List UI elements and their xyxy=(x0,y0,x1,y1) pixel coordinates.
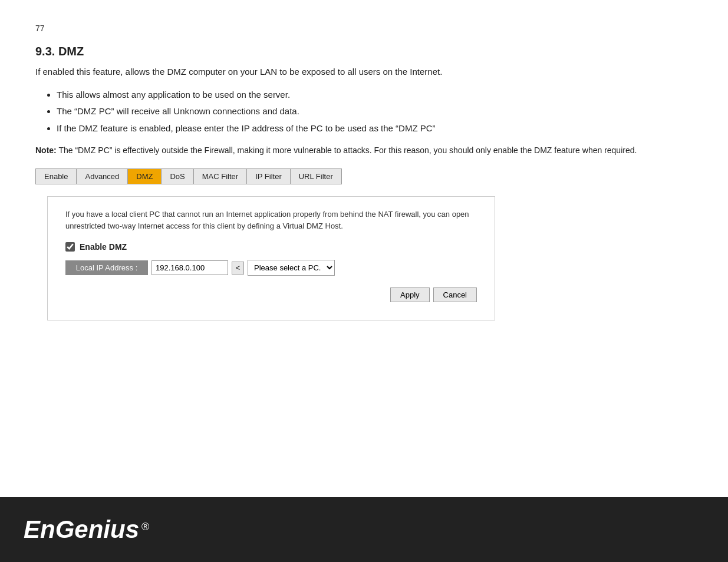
enable-dmz-checkbox[interactable] xyxy=(65,242,75,252)
bullet-item-3: If the DMZ feature is enabled, please en… xyxy=(57,122,693,135)
tab-advanced[interactable]: Advanced xyxy=(77,169,128,184)
bullet-list: This allows almost any application to be… xyxy=(35,88,693,135)
action-buttons: Apply Cancel xyxy=(65,287,477,302)
bullet-item-2: The “DMZ PC” will receive all Unknown co… xyxy=(57,105,693,118)
dmz-panel: If you have a local client PC that canno… xyxy=(47,196,495,320)
note-label: Note: xyxy=(35,146,57,155)
ip-row: Local IP Address : < Please select a PC. xyxy=(65,260,477,276)
cancel-button[interactable]: Cancel xyxy=(433,287,477,302)
intro-text: If enabled this feature, allows the DMZ … xyxy=(35,65,693,79)
tab-ip-filter[interactable]: IP Filter xyxy=(247,169,291,184)
tab-url-filter[interactable]: URL Filter xyxy=(291,169,341,184)
note-paragraph: Note: The “DMZ PC” is effectively outsid… xyxy=(35,144,693,157)
reg-mark: ® xyxy=(141,521,149,533)
arrow-button[interactable]: < xyxy=(232,262,244,275)
section-title: 9.3. DMZ xyxy=(35,45,693,58)
bullet-item-1: This allows almost any application to be… xyxy=(57,88,693,102)
tab-mac-filter[interactable]: MAC Filter xyxy=(194,169,247,184)
footer: EnGenius® xyxy=(0,497,728,562)
tab-enable[interactable]: Enable xyxy=(36,169,77,184)
tab-dos[interactable]: DoS xyxy=(162,169,193,184)
ip-address-label: Local IP Address : xyxy=(65,260,148,275)
tab-bar: Enable Advanced DMZ DoS MAC Filter IP Fi… xyxy=(35,168,342,184)
apply-button[interactable]: Apply xyxy=(390,287,430,302)
ip-address-input[interactable] xyxy=(151,260,228,275)
enable-dmz-label: Enable DMZ xyxy=(80,242,127,252)
enable-dmz-row: Enable DMZ xyxy=(65,242,477,252)
note-body: The “DMZ PC” is effectively outside the … xyxy=(58,146,637,155)
page-number: 77 xyxy=(35,24,693,33)
tab-dmz[interactable]: DMZ xyxy=(128,169,162,184)
logo-text: EnGenius xyxy=(24,515,139,544)
panel-description: If you have a local client PC that canno… xyxy=(65,209,477,232)
engenius-logo: EnGenius® xyxy=(24,515,149,544)
pc-select[interactable]: Please select a PC. xyxy=(248,260,335,276)
